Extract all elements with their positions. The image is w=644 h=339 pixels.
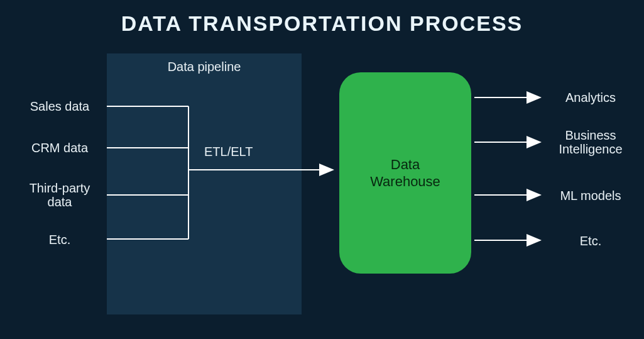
source-label-etc: Etc. (19, 233, 101, 247)
output-label-etc: Etc. (547, 234, 635, 248)
source-label-third: Third-party data (19, 181, 101, 209)
warehouse-label: DataWarehouse (370, 156, 440, 191)
source-label-sales: Sales data (19, 99, 101, 113)
diagram-stage: DATA TRANSPORTATION PROCESS Data pipelin… (0, 0, 644, 339)
connector-overlay (0, 0, 644, 339)
source-label-crm: CRM data (19, 141, 101, 155)
output-label-analytics: Analytics (547, 91, 635, 104)
output-label-ml: ML models (547, 189, 635, 203)
pipeline-label: Data pipeline (107, 60, 302, 74)
process-label: ETL/ELT (204, 145, 253, 158)
output-label-bi: Business Intelligence (547, 128, 635, 156)
pipeline-box: Data pipeline (107, 53, 302, 314)
warehouse-box: DataWarehouse (339, 72, 471, 274)
diagram-title: DATA TRANSPORTATION PROCESS (0, 11, 644, 36)
